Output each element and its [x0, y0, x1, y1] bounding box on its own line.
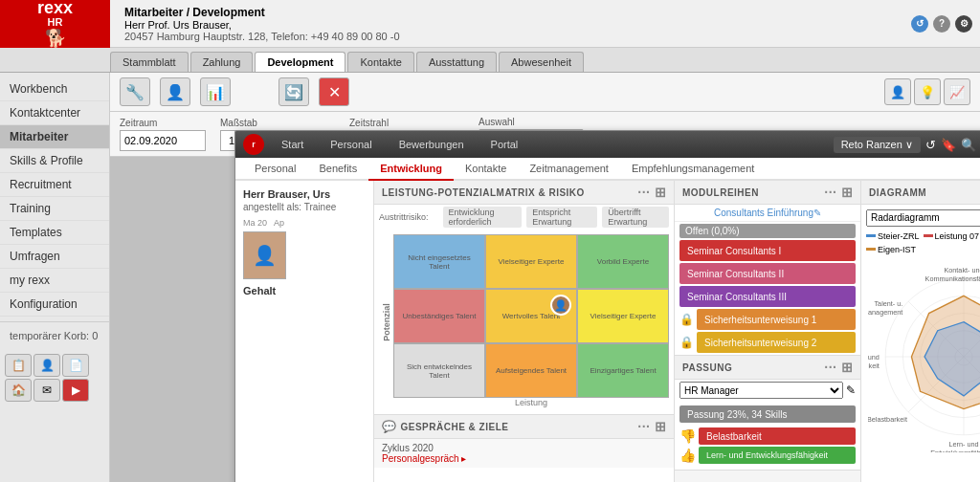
passung-expand-icon[interactable]: ⊞: [841, 360, 854, 375]
module-seminar-1[interactable]: Seminar Consultants I: [679, 240, 856, 261]
tab-development[interactable]: Development: [255, 52, 345, 72]
sub-tab-entwicklung[interactable]: Entwicklung: [368, 158, 454, 181]
tab-stammblatt[interactable]: Stammblatt: [110, 52, 189, 72]
gespräche-menu-icon[interactable]: ···: [637, 419, 650, 434]
matrix-menu-icon[interactable]: ···: [637, 185, 650, 200]
auswahl-label: Auswahl: [479, 117, 584, 127]
sidebar-item-training[interactable]: Training: [0, 197, 109, 221]
cell-2-0: Sich entwickelndes Talent: [394, 344, 484, 397]
cell-label-6: Sich entwickelndes Talent: [398, 362, 480, 380]
settings-icon[interactable]: ⚙: [955, 15, 972, 33]
sidebar-item-skills[interactable]: Skills & Profile: [0, 149, 109, 173]
matrix-expand-icon[interactable]: ⊞: [655, 185, 667, 200]
speech-icon: 💬: [382, 420, 397, 433]
passung-menu-icon[interactable]: ···: [824, 360, 836, 375]
module-expand-icon[interactable]: ⊞: [841, 185, 854, 200]
win-logo: r: [243, 134, 264, 155]
module-sicherheit-2[interactable]: Sicherheitsunterweisung 2: [697, 332, 856, 353]
svg-text:Talent- u.: Talent- u.: [874, 299, 902, 308]
chart-icon-right[interactable]: 📈: [944, 78, 970, 105]
sidebar-icon-5[interactable]: ✉: [33, 379, 60, 402]
sidebar-icon-1[interactable]: 📋: [5, 354, 32, 377]
win-back-icon[interactable]: ↺: [925, 138, 936, 152]
lern-bar: Lern- und Entwicklungsfähigkeit: [699, 447, 856, 464]
sidebar-icon-6[interactable]: ▶: [62, 379, 89, 402]
module-title: MODULREIHEN: [682, 187, 759, 198]
sidebar-item-myrexx[interactable]: my rexx: [0, 269, 109, 293]
cell-0-2: Vorbild Experte: [578, 235, 668, 288]
settings-tool-btn[interactable]: 🔧: [120, 77, 150, 106]
cell-1-2: Vielseitiger Experte: [578, 290, 668, 342]
gespräche-header: 💬 GESPRÄCHE & ZIELE ··· ⊞: [374, 415, 674, 439]
sidebar-icon-4[interactable]: 🏠: [5, 379, 32, 402]
user-menu-btn[interactable]: Reto Ranzen ∨: [834, 137, 921, 153]
header-actions: ↺ ? ⚙: [911, 15, 980, 33]
lightbulb-icon[interactable]: 💡: [914, 78, 941, 105]
module-offen: Offen (0,0%): [679, 224, 856, 238]
sidebar-icon-3[interactable]: 📄: [62, 354, 89, 377]
radar-container: Kontakt- und Kommunikationsfähigkeit rex…: [861, 256, 980, 457]
module-sicherheit-1[interactable]: Sicherheitsunterweisung 1: [697, 309, 856, 330]
legend-1-label: Steier-ZRL: [878, 231, 920, 241]
passung-bar-main: Passung 23%, 34 Skills: [679, 405, 856, 423]
massstab-label: Maßstab: [220, 118, 335, 128]
module-link[interactable]: Consultants Einführung ✎: [675, 205, 860, 222]
zeitraum-input[interactable]: [120, 130, 206, 151]
sub-tab-empfehlung[interactable]: Empfehlungsmanagement: [620, 158, 766, 181]
person-name-header: Herr Prof. Urs Brauser,: [124, 19, 400, 31]
diagram-title: DIAGRAMM: [869, 187, 926, 198]
sidebar-item-workbench[interactable]: Workbench: [0, 77, 109, 101]
module-seminar-2[interactable]: Seminar Consultants II: [679, 263, 856, 284]
diagram-header: DIAGRAMM ··· ⊞: [861, 181, 980, 205]
passung-select[interactable]: HR Manager: [679, 382, 843, 399]
sidebar-icon-2[interactable]: 👤: [33, 354, 60, 377]
sidebar: Workbench Kontaktcenter Mitarbeiter Skil…: [0, 73, 110, 482]
sidebar-item-konfiguration[interactable]: Konfiguration: [0, 293, 109, 317]
gespräche-expand-icon[interactable]: ⊞: [655, 419, 667, 434]
sub-tab-kontakte[interactable]: Kontakte: [454, 158, 518, 181]
cell-label-8: Einzigartiges Talent: [590, 366, 656, 375]
diagram-type-select[interactable]: Radardiagramm: [866, 209, 980, 227]
passung-edit-icon[interactable]: ✎: [846, 383, 856, 397]
win-search-icon[interactable]: 🔍: [961, 138, 976, 152]
passung-title: PASSUNG: [682, 362, 732, 373]
nav-tab-personal[interactable]: Personal: [321, 136, 381, 153]
person-tool-btn[interactable]: 👤: [160, 77, 190, 106]
sidebar-item-kontaktcenter[interactable]: Kontaktcenter: [0, 101, 109, 125]
sidebar-item-templates[interactable]: Templates: [0, 221, 109, 245]
sidebar-item-mitarbeiter[interactable]: Mitarbeiter: [0, 125, 109, 149]
tab-abwesenheit[interactable]: Abwesenheit: [499, 52, 584, 72]
tab-zahlung[interactable]: Zahlung: [190, 52, 254, 72]
nav-tab-start[interactable]: Start: [272, 136, 313, 153]
module-sicherheit-2-row: 🔒 Sicherheitsunterweisung 2: [679, 332, 856, 353]
content-area: 🔧 👤 📊 🔄 ✕ 👤 💡 📈 Zeitraum Maßstab 1 Monat: [110, 73, 980, 482]
win-bookmark-icon[interactable]: 🔖: [941, 138, 956, 152]
person-icon-right[interactable]: 👤: [884, 78, 911, 105]
tab-ausstattung[interactable]: Ausstattung: [416, 52, 497, 72]
refresh-icon[interactable]: ↺: [911, 15, 928, 33]
sub-tab-zeitmanagement[interactable]: Zeitmanagement: [518, 158, 620, 181]
sidebar-item-umfragen[interactable]: Umfragen: [0, 245, 109, 269]
sub-tab-personal[interactable]: Personal: [243, 158, 307, 181]
entwicklung-badge: Entwicklung erforderlich: [443, 207, 523, 228]
nav-tab-portal[interactable]: Portal: [481, 136, 528, 153]
close-tool-btn[interactable]: ✕: [319, 77, 349, 106]
svg-text:Management: Management: [868, 308, 902, 317]
radar-chart: Kontakt- und Kommunikationsfähigkeit rex…: [868, 261, 980, 452]
module-seminar-3[interactable]: Seminar Consultants III: [679, 286, 856, 307]
cell-0-1: Vielseitiger Experte: [486, 235, 576, 288]
chart-tool-btn[interactable]: 📊: [200, 77, 231, 106]
person-role: angestellt als: Trainee: [243, 202, 366, 212]
sub-tab-benefits[interactable]: Benefits: [307, 158, 368, 181]
gespräche-section: 💬 GESPRÄCHE & ZIELE ··· ⊞ Zyklus 2020 Pe…: [374, 414, 674, 468]
svg-text:Belastbarkeit: Belastbarkeit: [868, 415, 907, 424]
person-panel: Herr Brauser, Urs angestellt als: Traine…: [235, 181, 374, 482]
sidebar-item-recruitment[interactable]: Recruitment: [0, 173, 109, 197]
help-icon[interactable]: ?: [933, 15, 950, 33]
tab-kontakte[interactable]: Kontakte: [347, 52, 413, 72]
nav-tab-bewerbungen[interactable]: Bewerbungen: [390, 136, 474, 153]
module-menu-icon[interactable]: ···: [824, 185, 836, 200]
gespräche-personal[interactable]: Personalgespräch ▸: [382, 453, 666, 464]
thumbdown-icon: 👎: [679, 428, 696, 444]
refresh-tool-btn[interactable]: 🔄: [278, 77, 309, 106]
